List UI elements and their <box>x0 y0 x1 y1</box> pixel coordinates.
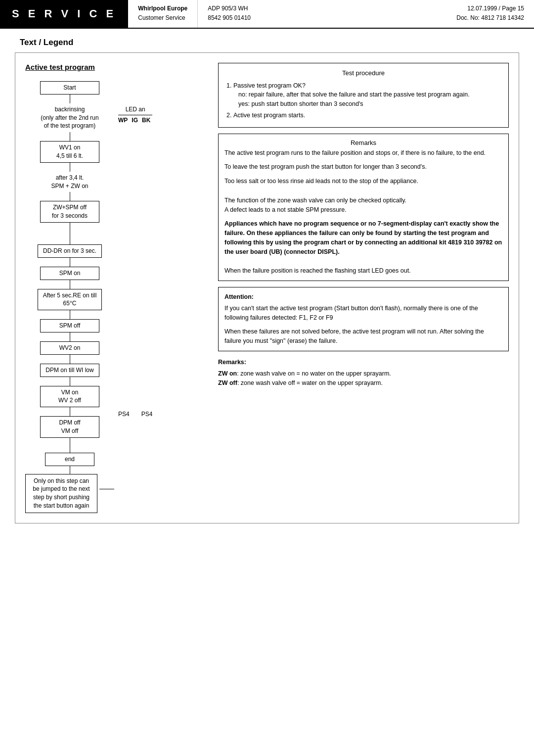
remarks-text2: To leave the test program push the start… <box>224 162 502 172</box>
ps4-right: PS4 <box>141 411 153 418</box>
fc-step-dpmon: DPM on till WI low <box>40 364 99 377</box>
doc-info: ADP 905/3 WH 8542 905 01410 <box>198 0 446 28</box>
fc-step-spmoff: SPM off <box>40 319 99 332</box>
flowchart-main: Start backrinsing(only after the 2nd run… <box>25 81 114 453</box>
fc-label-after34: after 3,4 lt.SPM + ZW on <box>51 174 88 190</box>
company-info: Whirlpool Europe Customer Service <box>128 0 198 28</box>
remarks-text5: When the failure position is reached the… <box>224 266 502 276</box>
test-procedure-item2: Active test program starts. <box>233 111 502 120</box>
section-heading: Active test program <box>25 63 208 71</box>
fc-step-dpmoff: DPM offVM off <box>40 416 99 438</box>
remarks-box: Remarks The active test program runs to … <box>218 134 509 282</box>
led-bk: BK <box>142 117 150 124</box>
page-meta: 12.07.1999 / Page 15 Doc. No: 4812 718 1… <box>446 0 534 28</box>
led-wp: WP <box>118 117 128 124</box>
fc-annotation: Only on this step can be jumped to the n… <box>25 474 97 513</box>
remarks-text3: Too less salt or too less rinse aid lead… <box>224 177 502 186</box>
led-label: LED an <box>118 106 152 113</box>
fc-step-wv2on: WV2 on <box>40 341 99 355</box>
zw-off: ZW off: zone wash valve off = water on t… <box>218 378 509 388</box>
flowchart-column: Active test program Start backrinsing(on… <box>25 63 208 513</box>
remarks-title: Remarks <box>224 139 502 146</box>
bottom-remarks-title: Remarks: <box>218 357 509 367</box>
flowchart: Start backrinsing(only after the 2nd run… <box>25 81 208 513</box>
fc-step-dddr: DD-DR on for 3 sec. <box>38 244 102 258</box>
fc-step-wv1on: WV1 on4,5 till 6 lt. <box>40 141 99 163</box>
page-title: Text / Legend <box>0 29 534 52</box>
fc-step-zwspmoff: ZW+SPM offfor 3 seconds <box>40 201 99 223</box>
fc-label-backrinsing: backrinsing(only after the 2nd runof the… <box>41 105 98 130</box>
test-procedure-title: Test procedure <box>224 68 502 78</box>
fc-step-spmon: SPM on <box>40 267 99 280</box>
attention-box: Attention: If you can't start the active… <box>218 287 509 351</box>
fc-end-area: end Only on this step can be jumped to t… <box>25 453 114 513</box>
test-procedure-list: Passive test program OK? no: repair fail… <box>224 81 502 120</box>
attention-text1: If you can't start the active test progr… <box>224 304 502 323</box>
zw-on: ZW on: zone wash valve on = no water on … <box>218 369 509 378</box>
fc-step-after5sec: After 5 sec.RE on till65°C <box>38 289 102 311</box>
led-ig: IG <box>132 117 138 124</box>
fc-step-end: end <box>45 453 94 466</box>
right-column: Test procedure Passive test program OK? … <box>218 63 509 513</box>
attention-title: Attention: <box>224 292 502 302</box>
fc-step-vmon: VM onWV 2 off <box>40 386 99 408</box>
remarks-bold: Appliances which have no program sequenc… <box>224 219 502 256</box>
bottom-remarks: Remarks: ZW on: zone wash valve on = no … <box>218 357 509 388</box>
remarks-text4: The function of the zone wash valve can … <box>224 196 502 215</box>
attention-text2: When these failures are not solved befor… <box>224 327 502 346</box>
service-logo: S E R V I C E <box>0 0 128 28</box>
page-header: S E R V I C E Whirlpool Europe Customer … <box>0 0 534 29</box>
test-procedure-box: Test procedure Passive test program OK? … <box>218 63 509 128</box>
fc-step-start: Start <box>40 81 99 94</box>
main-content: Active test program Start backrinsing(on… <box>15 52 519 523</box>
remarks-text1: The active test program runs to the fail… <box>224 148 502 158</box>
ps4-left: PS4 <box>118 411 130 418</box>
